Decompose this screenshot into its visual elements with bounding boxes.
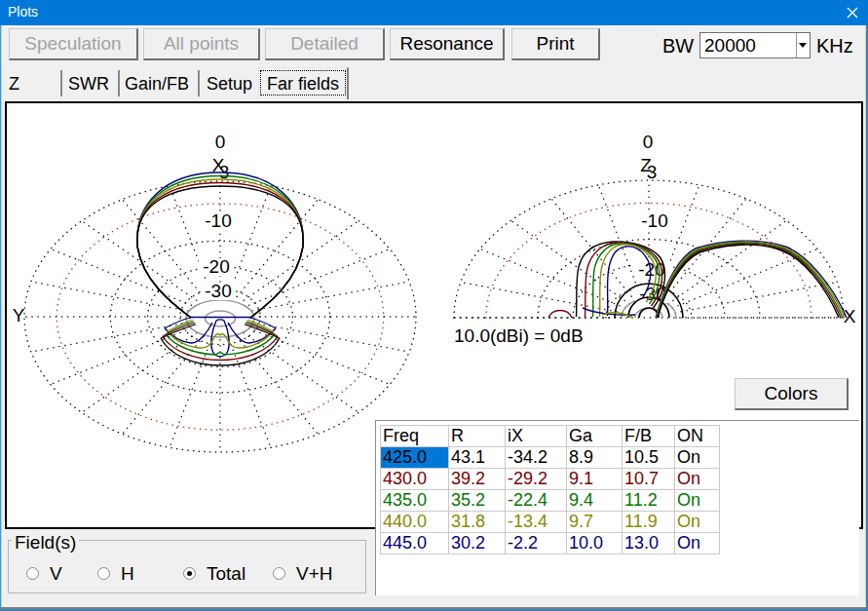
svg-text:-20: -20 xyxy=(203,256,229,277)
svg-text:0: 0 xyxy=(215,132,226,152)
svg-text:-10: -10 xyxy=(641,210,667,231)
svg-text:3: 3 xyxy=(647,162,658,182)
svg-text:-30: -30 xyxy=(205,281,231,301)
svg-text:-10: -10 xyxy=(205,210,231,231)
svg-text:Y: Y xyxy=(13,305,25,325)
svg-text:0: 0 xyxy=(643,132,654,152)
